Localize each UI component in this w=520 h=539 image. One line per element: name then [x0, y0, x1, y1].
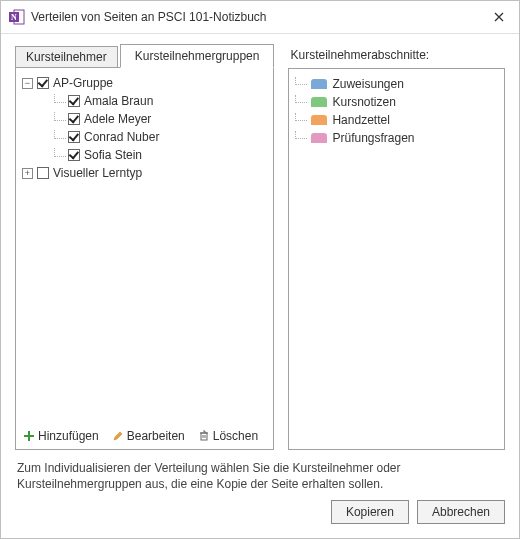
- plus-icon[interactable]: +: [22, 168, 33, 179]
- section-row[interactable]: Handzettel: [293, 111, 500, 129]
- section-tab-icon: [311, 97, 327, 107]
- right-column: Kursteilnehmerabschnitte: Zuweisungen Ku…: [288, 44, 505, 450]
- dialog-window: N Verteilen von Seiten an PSCI 101-Notiz…: [0, 0, 520, 539]
- tree-node: Adele Meyer: [20, 110, 269, 128]
- tree-node: Conrad Nuber: [20, 128, 269, 146]
- add-button[interactable]: Hinzufügen: [24, 429, 99, 443]
- section-tab-icon: [311, 79, 327, 89]
- delete-label: Löschen: [213, 429, 258, 443]
- trash-icon: [199, 430, 209, 441]
- plus-icon: [24, 431, 34, 441]
- window-title: Verteilen von Seiten an PSCI 101-Notizbu…: [31, 10, 485, 24]
- sections-panel: Zuweisungen Kursnotizen Handzettel: [288, 68, 505, 450]
- close-button[interactable]: [485, 7, 513, 27]
- cancel-button[interactable]: Abbrechen: [417, 500, 505, 524]
- tree-connector: [295, 77, 307, 85]
- tree-connector: [295, 131, 307, 139]
- section-label: Kursnotizen: [332, 95, 395, 109]
- columns: Kursteilnehmer Kursteilnehmergruppen − A…: [15, 44, 505, 450]
- tab-students[interactable]: Kursteilnehmer: [15, 46, 118, 68]
- tree-label[interactable]: Visueller Lerntyp: [53, 166, 142, 180]
- tree-connector: [54, 112, 66, 121]
- tree-connector: [54, 130, 66, 139]
- pencil-icon: [113, 431, 123, 441]
- copy-button[interactable]: Kopieren: [331, 500, 409, 524]
- tree-label[interactable]: Amala Braun: [84, 94, 153, 108]
- checkbox[interactable]: [68, 95, 80, 107]
- left-column: Kursteilnehmer Kursteilnehmergruppen − A…: [15, 44, 274, 450]
- checkbox[interactable]: [37, 77, 49, 89]
- minus-icon[interactable]: −: [22, 78, 33, 89]
- section-row[interactable]: Kursnotizen: [293, 93, 500, 111]
- tree-node: Amala Braun: [20, 92, 269, 110]
- dialog-body: Kursteilnehmer Kursteilnehmergruppen − A…: [1, 34, 519, 538]
- onenote-icon: N: [9, 9, 25, 25]
- section-tab-icon: [311, 133, 327, 143]
- section-tab-icon: [311, 115, 327, 125]
- tree-label[interactable]: Sofia Stein: [84, 148, 142, 162]
- checkbox[interactable]: [37, 167, 49, 179]
- tree-label[interactable]: Adele Meyer: [84, 112, 151, 126]
- delete-button[interactable]: Löschen: [199, 429, 258, 443]
- tree-connector: [54, 148, 66, 157]
- tree-label[interactable]: AP-Gruppe: [53, 76, 113, 90]
- checkbox[interactable]: [68, 131, 80, 143]
- tab-groups[interactable]: Kursteilnehmergruppen: [120, 44, 275, 68]
- edit-button[interactable]: Bearbeiten: [113, 429, 185, 443]
- panel-toolbar: Hinzufügen Bearbeiten Löschen: [16, 422, 273, 449]
- checkbox[interactable]: [68, 113, 80, 125]
- tree-node: − AP-Gruppe: [20, 74, 269, 92]
- add-label: Hinzufügen: [38, 429, 99, 443]
- section-row[interactable]: Prüfungsfragen: [293, 129, 500, 147]
- button-row: Kopieren Abbrechen: [15, 500, 505, 526]
- groups-panel: − AP-Gruppe Amala Braun Adele M: [15, 67, 274, 450]
- sections-header: Kursteilnehmerabschnitte:: [288, 44, 505, 68]
- titlebar: N Verteilen von Seiten an PSCI 101-Notiz…: [1, 1, 519, 34]
- edit-label: Bearbeiten: [127, 429, 185, 443]
- tree-connector: [295, 113, 307, 121]
- tree: − AP-Gruppe Amala Braun Adele M: [16, 68, 273, 422]
- tree-connector: [54, 94, 66, 103]
- checkbox[interactable]: [68, 149, 80, 161]
- section-row[interactable]: Zuweisungen: [293, 75, 500, 93]
- tabs: Kursteilnehmer Kursteilnehmergruppen: [15, 44, 274, 68]
- tree-node: + Visueller Lerntyp: [20, 164, 269, 182]
- section-label: Zuweisungen: [332, 77, 403, 91]
- hint-text: Zum Individualisieren der Verteilung wäh…: [15, 450, 505, 500]
- section-label: Prüfungsfragen: [332, 131, 414, 145]
- svg-rect-3: [201, 433, 207, 440]
- tree-connector: [295, 95, 307, 103]
- section-label: Handzettel: [332, 113, 389, 127]
- tree-label[interactable]: Conrad Nuber: [84, 130, 159, 144]
- tree-node: Sofia Stein: [20, 146, 269, 164]
- svg-text:N: N: [11, 13, 17, 22]
